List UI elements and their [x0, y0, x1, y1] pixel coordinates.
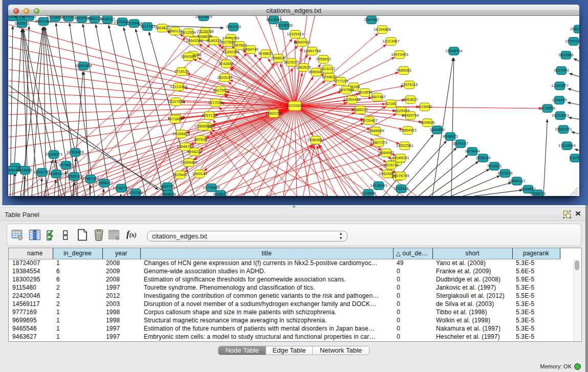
svg-text:3824554: 3824554 — [357, 90, 372, 95]
svg-text:15076749: 15076749 — [392, 173, 409, 178]
svg-text:1640954: 1640954 — [429, 127, 444, 132]
svg-text:9657791: 9657791 — [160, 184, 175, 189]
svg-text:9474444: 9474444 — [465, 149, 480, 154]
svg-text:1292346: 1292346 — [128, 190, 143, 195]
svg-text:16210643: 16210643 — [552, 113, 569, 118]
svg-text:12093577: 12093577 — [551, 83, 568, 88]
svg-text:9975857: 9975857 — [58, 163, 73, 167]
svg-text:8186328: 8186328 — [206, 38, 221, 43]
svg-text:10807487: 10807487 — [368, 95, 385, 99]
svg-text:18495794: 18495794 — [402, 113, 419, 118]
svg-text:18807273: 18807273 — [370, 140, 387, 145]
svg-text:2718126: 2718126 — [174, 69, 189, 74]
svg-text:12213967: 12213967 — [382, 39, 399, 43]
svg-text:16782759: 16782759 — [113, 186, 129, 190]
svg-text:9777109: 9777109 — [333, 79, 348, 83]
svg-text:11325419: 11325419 — [287, 32, 304, 36]
svg-text:9463627: 9463627 — [403, 97, 418, 102]
svg-text:1615132: 1615132 — [383, 163, 398, 167]
svg-text:9242848: 9242848 — [219, 61, 233, 66]
svg-text:4143890: 4143890 — [361, 191, 376, 195]
svg-text:17016504: 17016504 — [558, 143, 575, 148]
svg-text:1417006: 1417006 — [208, 100, 223, 105]
svg-text:19218506: 19218506 — [275, 23, 292, 28]
svg-text:16648764: 16648764 — [445, 49, 462, 53]
svg-text:5822037: 5822037 — [284, 60, 298, 64]
svg-text:9115460: 9115460 — [418, 104, 432, 109]
svg-text:9245012: 9245012 — [213, 192, 228, 196]
svg-text:7955812: 7955812 — [316, 57, 331, 61]
svg-text:10688609: 10688609 — [367, 128, 384, 133]
svg-text:1469144: 1469144 — [192, 171, 207, 176]
svg-text:8427552: 8427552 — [213, 88, 228, 93]
svg-text:10973493: 10973493 — [391, 52, 408, 57]
svg-text:19654923: 19654923 — [399, 128, 416, 133]
svg-text:867833: 867833 — [194, 137, 207, 142]
svg-text:8912954: 8912954 — [181, 30, 195, 35]
svg-text:8471676: 8471676 — [497, 171, 512, 176]
svg-text:21364436: 21364436 — [343, 97, 360, 102]
svg-text:1621072: 1621072 — [320, 67, 335, 71]
svg-text:15716485: 15716485 — [203, 185, 220, 190]
svg-text:1244415: 1244415 — [552, 98, 567, 102]
svg-text:1115682: 1115682 — [18, 168, 32, 172]
svg-text:9699695: 9699695 — [420, 120, 434, 125]
svg-text:15720407: 15720407 — [360, 118, 377, 123]
svg-text:20206573: 20206573 — [45, 152, 62, 157]
svg-text:7625402: 7625402 — [172, 172, 187, 177]
svg-text:8267130: 8267130 — [202, 113, 216, 118]
svg-text:1733426: 1733426 — [394, 186, 408, 191]
svg-text:16543382: 16543382 — [186, 38, 203, 43]
svg-text:19285201: 19285201 — [392, 156, 409, 160]
svg-text:3917183: 3917183 — [140, 24, 155, 29]
svg-text:8938923: 8938923 — [443, 134, 458, 139]
svg-text:12942737: 12942737 — [33, 170, 50, 174]
svg-text:7485063: 7485063 — [396, 68, 411, 73]
svg-text:14136141: 14136141 — [370, 183, 387, 188]
svg-text:14099469: 14099469 — [180, 160, 197, 165]
svg-text:9329966: 9329966 — [558, 53, 573, 57]
svg-text:18724007: 18724007 — [286, 103, 303, 108]
svg-text:22806503: 22806503 — [194, 124, 211, 128]
svg-text:21200396: 21200396 — [222, 50, 239, 54]
svg-text:9217207: 9217207 — [61, 16, 76, 19]
svg-text:19832259: 19832259 — [265, 111, 282, 116]
svg-text:8813054: 8813054 — [266, 17, 281, 22]
svg-text:116753: 116753 — [569, 156, 579, 160]
svg-text:62160: 62160 — [386, 101, 397, 106]
svg-text:16033809: 16033809 — [195, 16, 212, 19]
svg-text:7671884: 7671884 — [167, 117, 182, 121]
svg-text:4498222: 4498222 — [187, 149, 202, 154]
svg-text:17359928: 17359928 — [67, 150, 83, 155]
svg-text:15692971: 15692971 — [555, 127, 572, 132]
svg-text:15751074: 15751074 — [565, 39, 579, 43]
svg-text:6879197: 6879197 — [453, 141, 468, 146]
svg-text:24532561: 24532561 — [396, 143, 413, 148]
svg-text:19166825: 19166825 — [172, 132, 189, 136]
svg-text:2803144: 2803144 — [217, 75, 232, 80]
svg-text:7857224: 7857224 — [226, 25, 241, 29]
svg-text:4439167: 4439167 — [100, 17, 115, 21]
svg-text:3215958: 3215958 — [540, 106, 555, 111]
svg-text:2935114: 2935114 — [476, 156, 491, 160]
svg-text:20691406: 20691406 — [35, 19, 52, 24]
svg-text:8454749: 8454749 — [243, 47, 258, 52]
svg-text:19958107: 19958107 — [96, 181, 113, 185]
svg-text:1405571: 1405571 — [14, 21, 29, 26]
svg-text:1839221: 1839221 — [21, 16, 36, 18]
svg-text:1145194: 1145194 — [49, 171, 64, 176]
svg-text:1362615: 1362615 — [296, 65, 311, 70]
svg-text:7632621: 7632621 — [487, 164, 502, 168]
svg-text:10654112: 10654112 — [509, 179, 526, 183]
svg-text:12213369: 12213369 — [170, 84, 187, 89]
svg-text:1999828: 1999828 — [161, 192, 176, 196]
svg-text:16154808: 16154808 — [374, 27, 390, 32]
svg-text:9227349: 9227349 — [554, 68, 569, 73]
svg-text:20053346: 20053346 — [75, 63, 92, 68]
svg-text:8336273: 8336273 — [530, 191, 545, 196]
svg-text:12505115: 12505115 — [66, 174, 83, 179]
svg-text:3684067: 3684067 — [379, 150, 394, 155]
svg-text:7386372: 7386372 — [353, 107, 367, 112]
svg-text:9146821: 9146821 — [258, 51, 273, 56]
svg-text:2087682: 2087682 — [364, 17, 379, 22]
